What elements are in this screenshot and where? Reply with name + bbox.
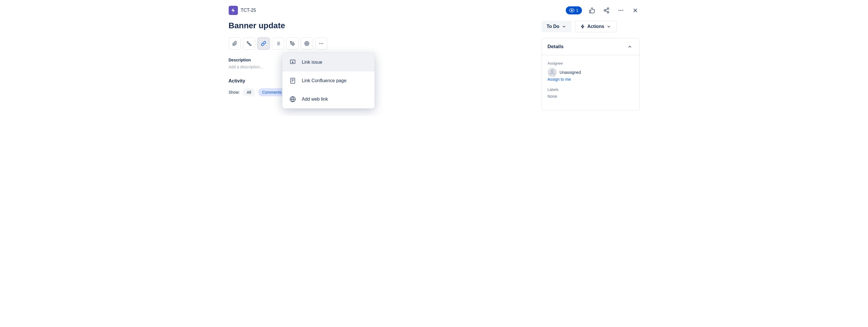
svg-point-26 [305, 42, 308, 45]
issue-id: TCT-25 [241, 8, 256, 13]
link-button[interactable] [257, 37, 270, 50]
hierarchy-button[interactable] [243, 37, 255, 50]
toolbar: Link issue Link Confluence page [229, 37, 530, 50]
link-confluence-item[interactable]: Link Confluence page [282, 71, 375, 90]
link-confluence-label: Link Confluence page [302, 78, 347, 83]
labels-value: None [548, 94, 633, 99]
svg-point-24 [291, 43, 292, 43]
link-dropdown-menu: Link issue Link Confluence page [282, 53, 375, 109]
link-issue-icon [288, 58, 297, 67]
content-area: Banner update [229, 21, 530, 111]
link-confluence-icon [288, 76, 297, 85]
activity-label: Activity [229, 79, 530, 84]
header-left: TCT-25 [229, 6, 256, 15]
attach-button[interactable] [229, 37, 241, 50]
main-layout: Banner update [229, 21, 640, 111]
svg-line-4 [605, 11, 607, 12]
svg-line-5 [605, 9, 607, 10]
todo-button[interactable]: To Do [541, 21, 571, 32]
svg-point-29 [321, 43, 321, 44]
issue-type-icon [229, 6, 238, 15]
details-panel: Details Assignee [541, 38, 640, 111]
filter-comments-button[interactable]: Comments [258, 88, 286, 96]
watch-button[interactable]: 1 [566, 6, 582, 14]
details-body: Assignee Unassigned Assign to me [542, 55, 639, 110]
details-header: Details [542, 38, 639, 55]
assignee-name: Unassigned [560, 70, 581, 75]
add-web-link-label: Add web link [302, 97, 328, 102]
svg-point-28 [319, 43, 320, 44]
show-label: Show: [229, 90, 240, 95]
details-title: Details [548, 44, 564, 50]
svg-point-8 [622, 10, 623, 11]
labels-row: Labels None [548, 87, 633, 99]
thumbsup-button[interactable] [588, 6, 596, 15]
details-collapse-button[interactable] [626, 43, 633, 51]
svg-point-42 [551, 70, 553, 72]
assignee-avatar [548, 68, 557, 77]
add-web-link-item[interactable]: Add web link [282, 90, 375, 109]
svg-point-3 [607, 11, 609, 13]
close-button[interactable] [631, 6, 640, 15]
todo-actions-row: To Do Actions [541, 21, 640, 32]
svg-point-27 [306, 43, 307, 44]
assignee-label: Assignee [548, 61, 633, 65]
web-link-icon [288, 95, 297, 104]
pen-button[interactable] [286, 37, 299, 50]
svg-point-30 [322, 43, 323, 44]
assignee-row: Assignee Unassigned Assign to me [548, 61, 633, 82]
actions-button[interactable]: Actions [575, 21, 617, 32]
header-right: 1 [566, 6, 640, 15]
activity-section: Activity Show: All Comments History Appr… [229, 79, 530, 96]
svg-point-6 [618, 10, 619, 11]
svg-point-7 [620, 10, 621, 11]
activity-filters-row: Show: All Comments History Approvals New… [229, 88, 530, 96]
issue-title: Banner update [229, 21, 530, 31]
share-button[interactable] [602, 6, 611, 15]
svg-point-0 [571, 9, 572, 11]
svg-point-2 [604, 9, 606, 11]
link-issue-label: Link issue [302, 60, 322, 65]
target-button[interactable] [301, 37, 313, 50]
svg-point-1 [607, 8, 609, 9]
description-label: Description [229, 58, 530, 62]
assign-to-me-button[interactable]: Assign to me [548, 77, 571, 82]
filter-all-button[interactable]: All [243, 88, 255, 96]
link-issue-item[interactable]: Link issue [282, 53, 375, 71]
sidebar: To Do Actions Det [541, 21, 640, 111]
watch-count: 1 [576, 8, 579, 13]
description-placeholder[interactable]: Add a description... [229, 65, 530, 69]
svg-rect-11 [247, 41, 248, 42]
description-section: Description Add a description... [229, 58, 530, 69]
labels-label: Labels [548, 87, 633, 92]
more-button[interactable] [617, 6, 625, 15]
assignee-value-row: Unassigned [548, 68, 633, 77]
todo-label: To Do [547, 24, 559, 29]
actions-label: Actions [587, 24, 604, 29]
list-button[interactable] [272, 37, 284, 50]
more-toolbar-button[interactable] [315, 37, 327, 50]
page-header: TCT-25 1 [229, 6, 640, 21]
